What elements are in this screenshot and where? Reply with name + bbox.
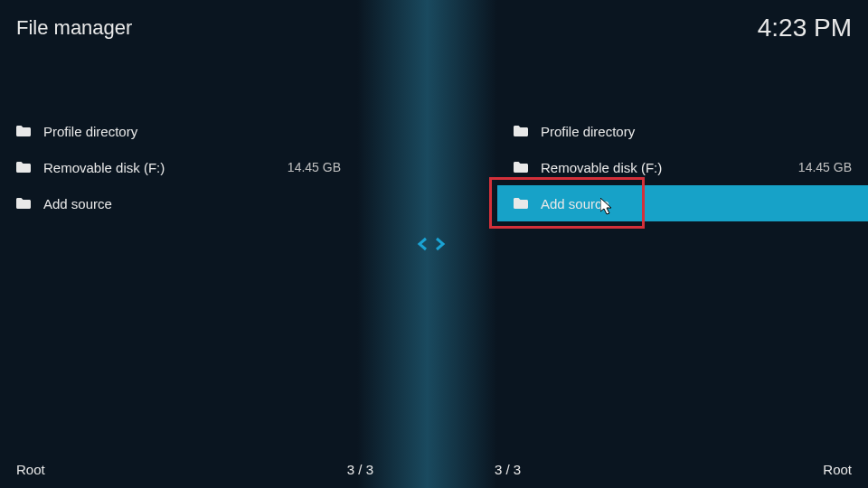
header: File manager 4:23 PM: [16, 14, 852, 42]
list-item[interactable]: Removable disk (F:) 14.45 GB: [497, 149, 868, 185]
item-size: 14.45 GB: [288, 160, 341, 174]
folder-icon: [514, 126, 528, 136]
item-label: Removable disk (F:): [43, 160, 288, 175]
item-label: Removable disk (F:): [541, 160, 798, 175]
item-label: Add source: [541, 196, 852, 211]
left-pane: Profile directory Removable disk (F:) 14…: [0, 113, 357, 221]
item-label: Profile directory: [541, 124, 852, 139]
folder-icon: [16, 198, 31, 209]
right-count: 3 / 3: [495, 462, 521, 477]
footer-right: 3 / 3 Root: [495, 462, 852, 477]
left-path: Root: [16, 462, 45, 477]
right-pane: Profile directory Removable disk (F:) 14…: [497, 113, 868, 221]
folder-icon: [514, 198, 528, 209]
list-item[interactable]: Profile directory: [497, 113, 868, 149]
folder-icon: [514, 162, 528, 173]
page-title: File manager: [16, 16, 132, 40]
item-label: Add source: [43, 196, 341, 211]
clock: 4:23 PM: [758, 14, 852, 42]
transfer-arrows-icon: [417, 233, 446, 258]
list-item[interactable]: Profile directory: [0, 113, 357, 149]
list-item-add-source[interactable]: Add source: [497, 185, 868, 221]
footer: Root 3 / 3 3 / 3 Root: [16, 462, 852, 477]
list-item[interactable]: Removable disk (F:) 14.45 GB: [0, 149, 357, 185]
footer-left: Root 3 / 3: [16, 462, 373, 477]
list-item[interactable]: Add source: [0, 185, 357, 221]
left-count: 3 / 3: [347, 462, 373, 477]
folder-icon: [16, 162, 31, 173]
item-size: 14.45 GB: [798, 160, 852, 174]
folder-icon: [16, 126, 31, 136]
item-label: Profile directory: [43, 124, 341, 139]
right-path: Root: [823, 462, 852, 477]
